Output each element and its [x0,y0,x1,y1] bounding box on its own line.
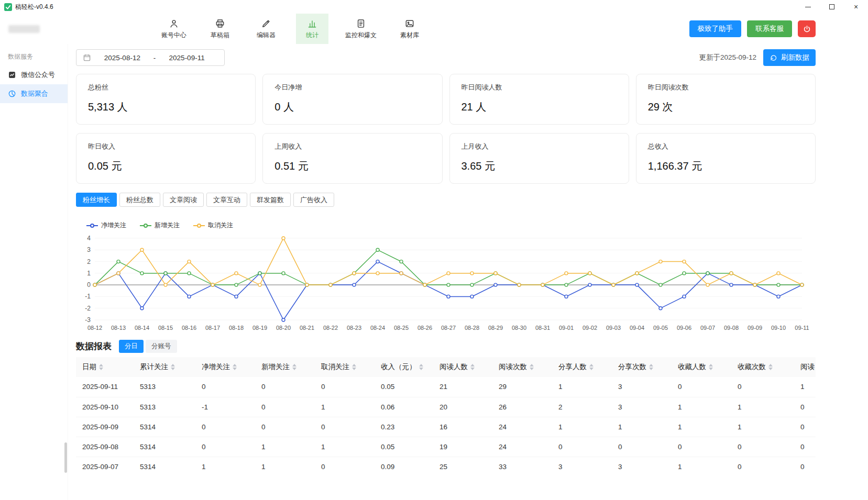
top-navigation: 账号中心 草稿箱 编辑器 统计 监控和爆文 素材库 [158,14,426,44]
sidebar-item-wechat-official[interactable]: 微信公众号 [0,65,68,84]
table-cell: 0 [672,437,731,457]
window-title: 稿轻松-v0.4.6 [15,3,53,12]
toggle-by-day[interactable]: 分日 [119,340,144,353]
sort-icon[interactable] [171,364,175,370]
close-button[interactable]: × [844,0,868,14]
stat-label: 昨日收入 [88,142,244,151]
date-end[interactable]: 2025-09-11 [156,54,218,62]
refresh-data-button[interactable]: 刷新数据 [763,49,816,66]
svg-text:-1: -1 [85,293,91,300]
svg-text:09-09: 09-09 [748,325,762,331]
sort-icon[interactable] [768,364,773,370]
nav-statistics[interactable]: 统计 [296,14,328,44]
power-button[interactable] [798,20,816,37]
sidebar-item-label: 数据聚合 [21,89,48,98]
svg-text:08-15: 08-15 [158,325,173,331]
sort-icon[interactable] [530,364,534,370]
svg-text:1: 1 [87,270,91,277]
svg-text:-2: -2 [85,305,91,312]
table-row: 2025-09-0853140110.05192400000 [76,437,816,457]
column-header[interactable]: 取消关注 [315,357,375,377]
window-controls: × [796,0,868,14]
nav-label: 草稿箱 [211,31,229,40]
sort-icon[interactable] [589,364,594,370]
column-header[interactable]: 日期 [76,357,134,377]
fans-growth-chart: 43210-1-2-308-1208-1308-1408-1508-1608-1… [76,233,809,334]
app-header: 账号中心 草稿箱 编辑器 统计 监控和爆文 素材库 极致了助手 联系客服 [0,14,868,44]
nav-label: 素材库 [400,31,419,40]
table-cell: 1 [255,437,315,457]
sort-icon[interactable] [99,364,103,370]
legend-net-follow[interactable]: 净增关注 [86,221,126,230]
sort-icon[interactable] [352,364,356,370]
sort-icon[interactable] [233,364,237,370]
toggle-by-account[interactable]: 分账号 [146,340,177,353]
header-actions: 极致了助手 联系客服 [689,14,816,44]
nav-editor[interactable]: 编辑器 [250,14,282,44]
account-icon [169,18,179,29]
table-cell: 2025-09-11 [76,377,134,397]
table-cell: 0 [612,437,672,457]
svg-text:08-31: 08-31 [535,325,550,331]
nav-drafts[interactable]: 草稿箱 [204,14,236,44]
assistant-button[interactable]: 极致了助手 [689,20,742,37]
nav-monitor[interactable]: 监控和爆文 [342,14,380,44]
minimize-button[interactable] [796,0,820,14]
stat-card-total-fans: 总粉丝 5,313 人 [76,74,256,125]
tab-ad-income[interactable]: 广告收入 [293,193,334,207]
column-header[interactable]: 分享次数 [612,357,672,377]
account-name-redacted[interactable] [8,25,40,33]
sort-icon[interactable] [470,364,475,370]
column-header[interactable]: 收藏人数 [672,357,731,377]
sort-icon[interactable] [649,364,653,370]
stat-card-total-income: 总收入 1,166.37 元 [636,133,816,184]
nav-label: 账号中心 [161,31,186,40]
column-header[interactable]: 阅读人数 [433,357,492,377]
legend-unfollow[interactable]: 取消关注 [193,221,233,230]
column-header[interactable]: 新增关注 [255,357,315,377]
table-cell: 0.05 [375,377,433,397]
report-table: 日期累计关注净增关注新增关注取消关注收入（元）阅读人数阅读次数分享人数分享次数收… [76,357,816,473]
column-header[interactable]: 阅读 [794,357,816,377]
table-cell: 0.09 [375,457,433,473]
date-range-picker[interactable]: 2025-08-12 - 2025-09-11 [76,49,225,66]
tab-article-interaction[interactable]: 文章互动 [206,193,247,207]
stat-value: 0.51 元 [274,159,430,173]
sort-icon[interactable] [419,364,423,370]
legend-new-follow[interactable]: 新增关注 [140,221,180,230]
maximize-button[interactable] [820,0,844,14]
svg-text:08-13: 08-13 [111,325,126,331]
svg-text:08-27: 08-27 [441,325,456,331]
table-cell: 1 [612,417,672,437]
column-header[interactable]: 收入（元） [375,357,433,377]
column-header[interactable]: 阅读次数 [492,357,552,377]
report-table-head-row: 日期累计关注净增关注新增关注取消关注收入（元）阅读人数阅读次数分享人数分享次数收… [76,357,816,377]
editor-icon [261,18,271,29]
svg-text:4: 4 [87,235,91,242]
nav-account-center[interactable]: 账号中心 [158,14,190,44]
sidebar-item-data-aggregation[interactable]: 数据聚合 [0,84,68,103]
stat-value: 3.65 元 [462,159,617,173]
updated-timestamp: 更新于2025-09-12 [699,53,756,62]
stat-label: 总收入 [648,142,804,151]
column-header[interactable]: 累计关注 [134,357,195,377]
stat-value: 29 次 [648,100,804,114]
contact-support-button[interactable]: 联系客服 [747,20,792,37]
tab-fans-total[interactable]: 粉丝总数 [119,193,160,207]
svg-text:08-24: 08-24 [370,325,385,331]
drafts-icon [215,18,225,29]
column-header[interactable]: 收藏次数 [731,357,794,377]
table-cell: 0 [794,397,816,417]
sort-icon[interactable] [292,364,296,370]
scrollbar-thumb[interactable] [64,442,67,473]
date-start[interactable]: 2025-08-12 [91,54,153,62]
table-cell: 0.05 [375,437,433,457]
column-header[interactable]: 分享人数 [552,357,612,377]
column-header-label: 收入（元） [381,362,416,372]
column-header[interactable]: 净增关注 [195,357,255,377]
tab-fans-growth[interactable]: 粉丝增长 [76,193,117,207]
tab-article-reads[interactable]: 文章阅读 [163,193,204,207]
sort-icon[interactable] [709,364,713,370]
nav-material-library[interactable]: 素材库 [393,14,426,44]
tab-broadcast-count[interactable]: 群发篇数 [250,193,291,207]
